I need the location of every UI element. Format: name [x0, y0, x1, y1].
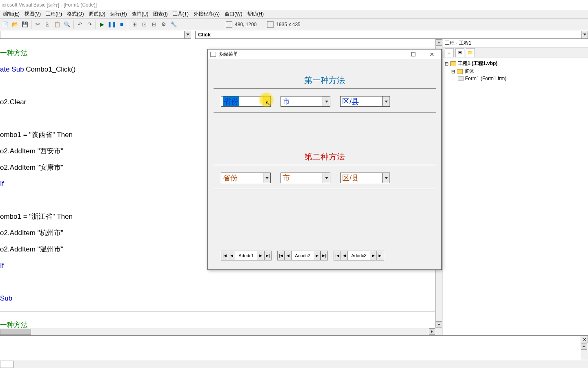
- menu-diagram[interactable]: 图表(I): [151, 10, 170, 18]
- nav-prev-button[interactable]: ◀: [341, 251, 348, 260]
- close-button[interactable]: ✕: [423, 49, 441, 59]
- combo-text: 区/县: [342, 173, 359, 183]
- scroll-thumb[interactable]: [0, 329, 31, 335]
- combo1-city[interactable]: 市: [281, 96, 330, 107]
- chevron-down-icon[interactable]: [323, 96, 330, 106]
- scroll-right-button[interactable]: [429, 328, 435, 335]
- tool-save[interactable]: 💾: [20, 20, 29, 29]
- tool-project-explorer[interactable]: ⊞: [130, 20, 139, 29]
- tool-new[interactable]: 📄: [1, 20, 10, 29]
- method1-combo-row: 省份 市 区/县: [214, 96, 436, 107]
- code-separator: [0, 312, 443, 312]
- menu-query[interactable]: 查询(U): [129, 10, 151, 18]
- chevron-down-icon[interactable]: [581, 31, 588, 38]
- scroll-up-button[interactable]: [581, 343, 587, 350]
- nav-first-button[interactable]: |◀: [278, 251, 285, 260]
- form-icon: [458, 76, 463, 81]
- menu-view[interactable]: 视图(V): [22, 10, 43, 18]
- panel-title: 工程 - 工程1: [443, 39, 588, 47]
- view-object-button[interactable]: ⊞: [455, 48, 464, 57]
- project-tree[interactable]: ⊟ 工程1 (工程1.vbp) ⊟ 窗体 Form1 (Form1.frm): [443, 58, 588, 335]
- tool-stop[interactable]: ■: [117, 20, 126, 29]
- view-code-button[interactable]: ≡: [445, 48, 454, 57]
- chevron-down-icon[interactable]: [382, 173, 390, 183]
- nav-prev-button[interactable]: ◀: [285, 251, 292, 260]
- nav-last-button[interactable]: ▶|: [321, 251, 327, 260]
- tool-find[interactable]: 🔍: [62, 20, 71, 29]
- menu-window[interactable]: 窗口(W): [222, 10, 245, 18]
- tree-folder-label: 窗体: [464, 68, 474, 75]
- tool-form-layout[interactable]: ⊟: [149, 20, 158, 29]
- tool-separator: [96, 20, 96, 29]
- object-selector[interactable]: [0, 31, 191, 39]
- divider: [214, 88, 436, 89]
- tool-paste[interactable]: 📋: [53, 20, 62, 29]
- app-title: icrosoft Visual Basic [运行] - [Form1 (Cod…: [2, 2, 97, 9]
- combo1-province[interactable]: 省份: [221, 96, 271, 107]
- tool-separator: [128, 20, 128, 29]
- maximize-button[interactable]: ☐: [404, 49, 423, 59]
- menu-tools[interactable]: 工具(T): [170, 10, 191, 18]
- menu-run[interactable]: 运行(R): [108, 10, 129, 18]
- close-icon[interactable]: ✕: [581, 336, 588, 343]
- combo2-city[interactable]: 市: [281, 173, 330, 183]
- status-tab[interactable]: [0, 361, 13, 368]
- procedure-value: Click: [198, 31, 211, 38]
- combo2-district[interactable]: 区/县: [340, 173, 390, 183]
- immediate-window[interactable]: ✕: [0, 335, 588, 360]
- menubar: 编辑(E) 视图(V) 工程(P) 格式(O) 调试(D) 运行(R) 查询(U…: [0, 10, 588, 19]
- tool-open[interactable]: 📂: [11, 20, 20, 29]
- tool-toolbox[interactable]: 🔧: [169, 20, 178, 29]
- tool-object-browser[interactable]: ⚙: [159, 20, 168, 29]
- tool-run[interactable]: ▶: [98, 20, 107, 29]
- menu-debug[interactable]: 调试(D): [86, 10, 108, 18]
- nav-next-button[interactable]: ▶: [257, 251, 264, 260]
- tree-forms-folder[interactable]: ⊟ 窗体: [445, 67, 586, 75]
- tool-cut[interactable]: ✂: [33, 20, 42, 29]
- chevron-down-icon[interactable]: [382, 96, 390, 106]
- chevron-down-icon[interactable]: [184, 31, 191, 38]
- status-bar: [0, 360, 588, 368]
- toggle-folders-button[interactable]: 📁: [466, 48, 475, 57]
- running-form-window: 多级菜单 — ☐ ✕ 第一种方法 省份 市 区/县 第二种方法: [207, 49, 442, 270]
- method2-combo-row: 省份 市 区/县: [214, 173, 436, 183]
- nav-next-button[interactable]: ▶: [314, 251, 321, 260]
- form-titlebar[interactable]: 多级菜单 — ☐ ✕: [208, 49, 441, 59]
- chevron-down-icon[interactable]: [323, 173, 330, 183]
- menu-project[interactable]: 工程(P): [43, 10, 65, 18]
- menu-addins[interactable]: 外接程序(A): [191, 10, 222, 18]
- immediate-scrollbar[interactable]: [581, 343, 588, 360]
- adodc3-control: |◀ ◀ Adodc3 ▶ ▶|: [334, 251, 384, 260]
- nav-last-button[interactable]: ▶|: [377, 251, 384, 260]
- chevron-down-icon[interactable]: [263, 173, 270, 183]
- scroll-up-button[interactable]: [436, 39, 442, 46]
- nav-next-button[interactable]: ▶: [370, 251, 377, 260]
- window-controls: — ☐ ✕: [385, 49, 441, 59]
- nav-first-button[interactable]: |◀: [221, 251, 228, 260]
- procedure-selector[interactable]: Click: [195, 31, 588, 39]
- adodc1-control: |◀ ◀ Adodc1 ▶ ▶|: [221, 251, 272, 260]
- minimize-button[interactable]: —: [385, 49, 404, 59]
- scroll-down-button[interactable]: [436, 321, 442, 328]
- tool-properties[interactable]: ⊡: [140, 20, 149, 29]
- tool-copy[interactable]: ⎘: [43, 20, 52, 29]
- chevron-down-icon[interactable]: [263, 96, 270, 106]
- nav-prev-button[interactable]: ◀: [228, 251, 235, 260]
- combo2-province[interactable]: 省份: [221, 173, 271, 183]
- divider: [214, 112, 436, 113]
- nav-first-button[interactable]: |◀: [334, 251, 341, 260]
- adodc-row: |◀ ◀ Adodc1 ▶ ▶| |◀ ◀ Adodc2 ▶ ▶| |◀ ◀ A…: [214, 251, 436, 260]
- menu-format[interactable]: 格式(O): [65, 10, 86, 18]
- menu-edit[interactable]: 编辑(E): [1, 10, 22, 18]
- tool-redo[interactable]: ↷: [85, 20, 94, 29]
- menu-help[interactable]: 帮助(H): [245, 10, 266, 18]
- horizontal-scrollbar[interactable]: [0, 328, 443, 335]
- adodc-label: Adodc1: [235, 253, 257, 258]
- nav-last-button[interactable]: ▶|: [264, 251, 271, 260]
- combo1-district[interactable]: 区/县: [340, 96, 390, 107]
- tool-undo[interactable]: ↶: [75, 20, 84, 29]
- tool-pause[interactable]: ❚❚: [107, 20, 116, 29]
- tree-project-root[interactable]: ⊟ 工程1 (工程1.vbp): [445, 60, 586, 67]
- tree-form-item[interactable]: Form1 (Form1.frm): [445, 75, 586, 82]
- toolbar: 📄 📂 💾 ✂ ⎘ 📋 🔍 ↶ ↷ ▶ ❚❚ ■ ⊞ ⊡ ⊟ ⚙ 🔧 480, …: [0, 19, 588, 30]
